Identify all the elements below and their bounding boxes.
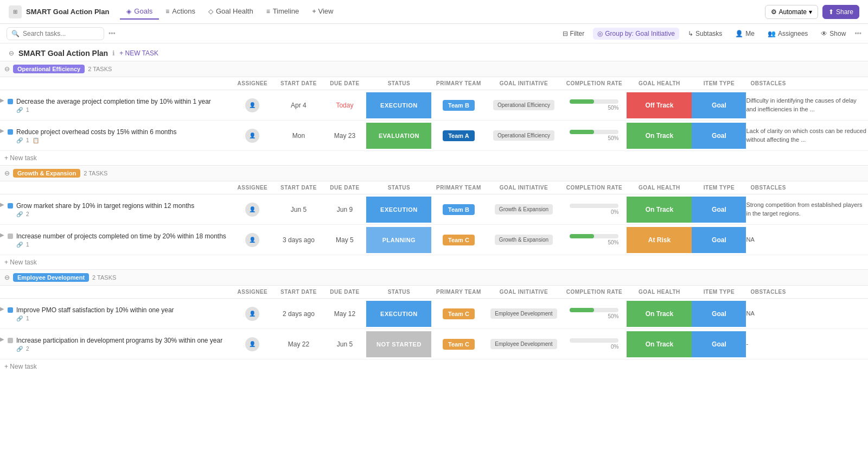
task-link-icon: 🔗 bbox=[16, 211, 23, 217]
section-collapse-operational[interactable]: ⊖ bbox=[4, 65, 10, 73]
status-cell: EVALUATION bbox=[366, 121, 431, 151]
me-button[interactable]: 👤 Me bbox=[731, 28, 759, 40]
progress-bar-container bbox=[570, 308, 618, 312]
task-note-icon: 📋 bbox=[33, 137, 39, 143]
task-meta-count: 1 bbox=[26, 315, 29, 321]
completion-cell: 0% bbox=[561, 329, 627, 359]
col-start-date: START DATE bbox=[274, 77, 323, 90]
progress-bar-container bbox=[570, 338, 618, 343]
col-due-date-e: DUE DATE bbox=[323, 286, 366, 299]
col-task-g bbox=[0, 181, 231, 194]
new-task-link-growth[interactable]: + New task bbox=[4, 258, 37, 266]
completion-label: 50% bbox=[570, 135, 618, 141]
tab-goals[interactable]: ◈ Goals bbox=[120, 4, 159, 20]
timeline-icon: ≡ bbox=[266, 8, 270, 15]
goal-health-badge: On Track bbox=[627, 197, 692, 223]
col-completion-rate: COMPLETION RATE bbox=[561, 77, 627, 90]
goal-health-badge: On Track bbox=[627, 301, 692, 327]
col-header-row-growth: ASSIGNEE START DATE DUE DATE STATUS PRIM… bbox=[0, 181, 868, 194]
new-task-link-employee[interactable]: + New task bbox=[4, 363, 37, 370]
filter-button[interactable]: ⊟ Filter bbox=[558, 28, 589, 40]
toolbar-dots-menu[interactable]: ••• bbox=[108, 30, 116, 37]
due-date-cell: Jun 9 bbox=[323, 194, 366, 225]
new-task-row-growth: + New task bbox=[0, 255, 868, 270]
subtasks-icon: ↳ bbox=[688, 30, 693, 37]
task-meta-count: 1 bbox=[26, 107, 29, 113]
show-button[interactable]: 👁 Show bbox=[816, 28, 850, 40]
task-expand-icon[interactable]: ▶ bbox=[0, 306, 4, 312]
new-task-row-employee: + New task bbox=[0, 359, 868, 374]
tab-view[interactable]: + View bbox=[305, 4, 340, 20]
col-task bbox=[0, 77, 231, 90]
table-row: ▶ Decrease the average project completio… bbox=[0, 90, 868, 121]
avatar: 👤 bbox=[245, 337, 259, 351]
team-cell: Team C bbox=[431, 225, 486, 255]
share-icon: ⬆ bbox=[828, 8, 834, 16]
col-goal-health: GOAL HEALTH bbox=[627, 77, 692, 90]
assignee-cell: 👤 bbox=[231, 121, 274, 151]
goal-health-cell: On Track bbox=[627, 121, 692, 151]
task-expand-icon[interactable]: ▶ bbox=[0, 128, 4, 134]
task-link-icon: 🔗 bbox=[16, 346, 23, 352]
search-input[interactable] bbox=[23, 30, 93, 37]
start-date-cell: Jun 5 bbox=[274, 194, 323, 225]
status-cell: EXECUTION bbox=[366, 194, 431, 225]
toolbar-right: ⊟ Filter ◎ Group by: Goal Initiative ↳ S… bbox=[558, 28, 861, 40]
col-status-g: STATUS bbox=[366, 181, 431, 194]
task-name: Increase participation in development pr… bbox=[16, 336, 222, 345]
task-expand-icon[interactable]: ▶ bbox=[0, 232, 4, 238]
section-collapse-employee[interactable]: ⊖ bbox=[4, 274, 10, 281]
share-button[interactable]: ⬆ Share bbox=[822, 5, 859, 19]
show-icon: 👁 bbox=[821, 30, 827, 37]
task-color-indicator bbox=[8, 99, 13, 104]
due-date-cell: May 12 bbox=[323, 299, 366, 329]
new-task-button[interactable]: + NEW TASK bbox=[119, 49, 158, 57]
due-date-cell: May 23 bbox=[323, 121, 366, 151]
avatar: 👤 bbox=[245, 98, 259, 112]
group-by-button[interactable]: ◎ Group by: Goal Initiative bbox=[593, 28, 679, 40]
goal-health-cell: On Track bbox=[627, 329, 692, 359]
task-expand-icon[interactable]: ▶ bbox=[0, 201, 4, 207]
task-expand-icon[interactable]: ▶ bbox=[0, 97, 4, 103]
completion-cell: 50% bbox=[561, 90, 627, 121]
progress-bar-container bbox=[570, 99, 618, 104]
section-collapse-growth[interactable]: ⊖ bbox=[4, 169, 10, 177]
status-cell: EXECUTION bbox=[366, 90, 431, 121]
task-name: Grow market share by 10% in target regio… bbox=[16, 201, 194, 211]
tab-timeline[interactable]: ≡ Timeline bbox=[260, 4, 306, 20]
goal-health-cell: Off Track bbox=[627, 90, 692, 121]
col-status: STATUS bbox=[366, 77, 431, 90]
task-name: Decrease the average project completion … bbox=[16, 97, 211, 106]
team-cell: Team B bbox=[431, 90, 486, 121]
subtasks-button[interactable]: ↳ Subtasks bbox=[684, 28, 726, 40]
goal-initiative-badge: Growth & Expansion bbox=[495, 204, 553, 214]
task-meta-count: 2 bbox=[26, 346, 29, 352]
search-box[interactable]: 🔍 bbox=[7, 27, 104, 40]
page-collapse-icon[interactable]: ⊖ bbox=[9, 49, 14, 57]
status-cell: NOT STARTED bbox=[366, 329, 431, 359]
table-row: ▶ Grow market share by 10% in target reg… bbox=[0, 194, 868, 225]
new-task-link-operational[interactable]: + New task bbox=[4, 154, 37, 162]
goal-initiative-badge: Growth & Expansion bbox=[495, 235, 553, 245]
item-type-cell: Goal bbox=[692, 194, 746, 225]
col-primary-team-e: PRIMARY TEAM bbox=[431, 286, 486, 299]
tab-actions[interactable]: ≡ Actions bbox=[159, 4, 202, 20]
progress-bar-container bbox=[570, 204, 618, 208]
col-goal-health-e: GOAL HEALTH bbox=[627, 286, 692, 299]
status-badge: EXECUTION bbox=[366, 92, 431, 118]
tab-goal-health[interactable]: ◇ Goal Health bbox=[202, 4, 260, 20]
item-type-cell: Goal bbox=[692, 225, 746, 255]
assignees-button[interactable]: 👥 Assignees bbox=[763, 28, 812, 40]
task-expand-icon[interactable]: ▶ bbox=[0, 336, 4, 342]
toolbar-more-icon[interactable]: ••• bbox=[854, 30, 861, 37]
actions-icon: ≡ bbox=[165, 8, 169, 15]
me-icon: 👤 bbox=[735, 30, 743, 37]
col-assignee-e: ASSIGNEE bbox=[231, 286, 274, 299]
automate-icon: ⚙ bbox=[771, 8, 777, 16]
section-header-operational: ⊖ Operational Efficiency 2 TASKS bbox=[0, 61, 868, 77]
app-title: SMART Goal Action Plan bbox=[26, 8, 109, 16]
automate-button[interactable]: ⚙ Automate ▾ bbox=[765, 5, 818, 19]
new-task-row-operational: + New task bbox=[0, 151, 868, 166]
page-header: ⊖ SMART Goal Action Plan ℹ + NEW TASK bbox=[0, 43, 868, 61]
progress-bar-container bbox=[570, 130, 618, 134]
